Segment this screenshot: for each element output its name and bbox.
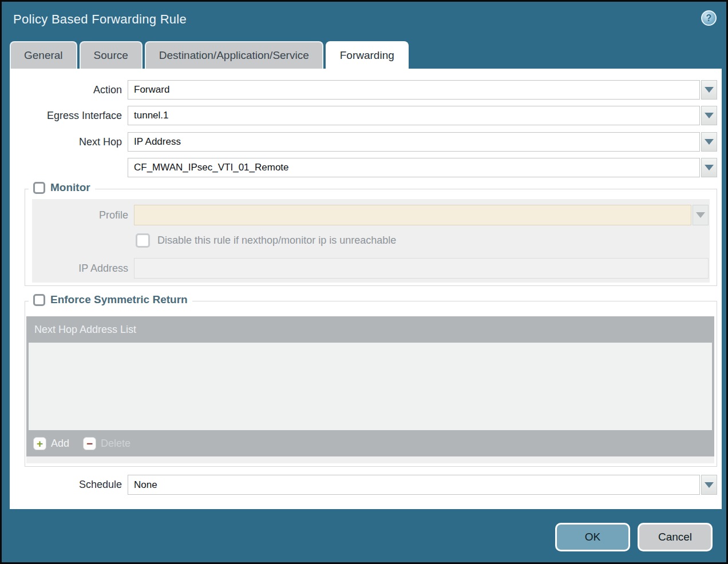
enforce-symmetric-return-legend-label: Enforce Symmetric Return: [50, 293, 188, 306]
tab-source[interactable]: Source: [80, 41, 143, 69]
monitor-legend-label: Monitor: [50, 181, 90, 194]
chevron-down-icon: [705, 87, 714, 93]
monitor-checkbox[interactable]: [33, 182, 45, 194]
tab-bar: General Source Destination/Application/S…: [10, 41, 409, 69]
profile-dropdown-button: [693, 205, 709, 225]
help-icon[interactable]: ?: [701, 10, 717, 26]
schedule-label: Schedule: [10, 475, 122, 495]
tab-forwarding[interactable]: Forwarding: [326, 41, 409, 69]
minus-icon: −: [83, 437, 96, 450]
egress-interface-dropdown-button[interactable]: [701, 106, 717, 125]
disable-rule-checkbox: [136, 233, 150, 248]
delete-button-label: Delete: [101, 438, 130, 450]
delete-button: − Delete: [83, 437, 130, 450]
table-footer: + Add − Delete: [26, 430, 714, 456]
monitor-ip-address-input: [134, 258, 709, 279]
disable-rule-label: Disable this rule if nexthop/monitor ip …: [157, 233, 396, 248]
add-button[interactable]: + Add: [33, 437, 69, 450]
egress-interface-label: Egress Interface: [10, 106, 122, 125]
action-label: Action: [10, 80, 122, 100]
egress-interface-input[interactable]: [128, 106, 700, 125]
chevron-down-icon: [705, 139, 714, 145]
action-dropdown-button[interactable]: [701, 80, 717, 100]
tab-destination-application-service[interactable]: Destination/Application/Service: [145, 41, 323, 69]
cancel-button[interactable]: Cancel: [638, 523, 713, 551]
schedule-dropdown-button[interactable]: [701, 475, 717, 495]
forwarding-tab-panel: Action Egress Interface Next Hop Monitor: [10, 69, 722, 509]
profile-input: [134, 205, 691, 225]
enforce-symmetric-return-section: Enforce Symmetric Return Next Hop Addres…: [25, 301, 717, 467]
next-hop-type-dropdown-button[interactable]: [701, 132, 717, 152]
chevron-down-icon: [696, 212, 705, 218]
chevron-down-icon: [705, 165, 714, 170]
monitor-ip-address-label: IP Address: [32, 258, 128, 279]
table-header-next-hop-address-list: Next Hop Address List: [26, 316, 714, 343]
next-hop-address-list-table: Next Hop Address List + Add − Delete: [26, 316, 714, 456]
chevron-down-icon: [705, 482, 714, 488]
dialog-title: Policy Based Forwarding Rule: [13, 12, 187, 27]
add-button-label: Add: [51, 438, 69, 450]
chevron-down-icon: [705, 113, 714, 118]
next-hop-label: Next Hop: [10, 132, 122, 152]
ok-button[interactable]: OK: [555, 523, 630, 551]
tab-general[interactable]: General: [10, 41, 77, 69]
profile-label: Profile: [32, 205, 128, 225]
next-hop-type-input[interactable]: [128, 132, 700, 152]
monitor-legend: Monitor: [29, 181, 95, 194]
enforce-symmetric-return-checkbox[interactable]: [33, 294, 45, 306]
schedule-input[interactable]: [128, 475, 700, 495]
monitor-section: Monitor Profile Disable this rule if nex…: [25, 189, 717, 286]
plus-icon: +: [33, 437, 46, 450]
next-hop-address-input[interactable]: [128, 158, 700, 177]
table-body-empty[interactable]: [29, 343, 712, 430]
policy-based-forwarding-dialog: Policy Based Forwarding Rule ? General S…: [0, 0, 728, 564]
action-input[interactable]: [128, 80, 700, 100]
monitor-panel: Profile Disable this rule if nexthop/mon…: [32, 199, 710, 283]
enforce-symmetric-return-legend: Enforce Symmetric Return: [29, 293, 192, 306]
table-bottom-strip: [26, 456, 714, 463]
next-hop-address-dropdown-button[interactable]: [701, 158, 717, 177]
